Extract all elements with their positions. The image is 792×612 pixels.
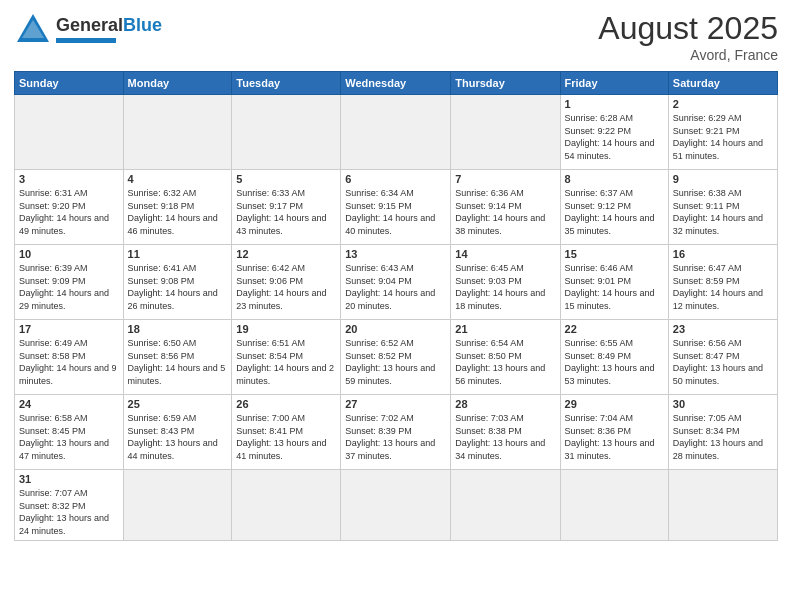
day-number: 26 bbox=[236, 398, 336, 410]
calendar-cell: 24Sunrise: 6:58 AM Sunset: 8:45 PM Dayli… bbox=[15, 395, 124, 470]
calendar-cell: 3Sunrise: 6:31 AM Sunset: 9:20 PM Daylig… bbox=[15, 170, 124, 245]
month-year: August 2025 bbox=[598, 10, 778, 47]
day-number: 24 bbox=[19, 398, 119, 410]
day-number: 8 bbox=[565, 173, 664, 185]
day-number: 6 bbox=[345, 173, 446, 185]
calendar-cell: 15Sunrise: 6:46 AM Sunset: 9:01 PM Dayli… bbox=[560, 245, 668, 320]
column-header-tuesday: Tuesday bbox=[232, 72, 341, 95]
calendar-cell bbox=[123, 470, 232, 541]
day-info: Sunrise: 7:04 AM Sunset: 8:36 PM Dayligh… bbox=[565, 412, 664, 462]
column-header-sunday: Sunday bbox=[15, 72, 124, 95]
day-info: Sunrise: 6:42 AM Sunset: 9:06 PM Dayligh… bbox=[236, 262, 336, 312]
column-header-monday: Monday bbox=[123, 72, 232, 95]
column-header-friday: Friday bbox=[560, 72, 668, 95]
column-header-saturday: Saturday bbox=[668, 72, 777, 95]
calendar-cell: 9Sunrise: 6:38 AM Sunset: 9:11 PM Daylig… bbox=[668, 170, 777, 245]
page: GeneralBlue August 2025 Avord, France Su… bbox=[0, 0, 792, 612]
day-info: Sunrise: 6:29 AM Sunset: 9:21 PM Dayligh… bbox=[673, 112, 773, 162]
calendar-table: SundayMondayTuesdayWednesdayThursdayFrid… bbox=[14, 71, 778, 541]
day-info: Sunrise: 6:28 AM Sunset: 9:22 PM Dayligh… bbox=[565, 112, 664, 162]
calendar-week-row: 31Sunrise: 7:07 AM Sunset: 8:32 PM Dayli… bbox=[15, 470, 778, 541]
day-number: 2 bbox=[673, 98, 773, 110]
calendar-cell: 20Sunrise: 6:52 AM Sunset: 8:52 PM Dayli… bbox=[341, 320, 451, 395]
day-info: Sunrise: 6:31 AM Sunset: 9:20 PM Dayligh… bbox=[19, 187, 119, 237]
day-number: 15 bbox=[565, 248, 664, 260]
day-number: 31 bbox=[19, 473, 119, 485]
calendar-week-row: 17Sunrise: 6:49 AM Sunset: 8:58 PM Dayli… bbox=[15, 320, 778, 395]
day-info: Sunrise: 6:47 AM Sunset: 8:59 PM Dayligh… bbox=[673, 262, 773, 312]
calendar-cell: 7Sunrise: 6:36 AM Sunset: 9:14 PM Daylig… bbox=[451, 170, 560, 245]
calendar-cell: 19Sunrise: 6:51 AM Sunset: 8:54 PM Dayli… bbox=[232, 320, 341, 395]
calendar-header-row: SundayMondayTuesdayWednesdayThursdayFrid… bbox=[15, 72, 778, 95]
calendar-cell: 23Sunrise: 6:56 AM Sunset: 8:47 PM Dayli… bbox=[668, 320, 777, 395]
day-number: 10 bbox=[19, 248, 119, 260]
day-number: 28 bbox=[455, 398, 555, 410]
day-info: Sunrise: 6:52 AM Sunset: 8:52 PM Dayligh… bbox=[345, 337, 446, 387]
day-info: Sunrise: 6:49 AM Sunset: 8:58 PM Dayligh… bbox=[19, 337, 119, 387]
calendar-cell: 30Sunrise: 7:05 AM Sunset: 8:34 PM Dayli… bbox=[668, 395, 777, 470]
calendar-cell bbox=[15, 95, 124, 170]
calendar-cell: 2Sunrise: 6:29 AM Sunset: 9:21 PM Daylig… bbox=[668, 95, 777, 170]
calendar-cell: 31Sunrise: 7:07 AM Sunset: 8:32 PM Dayli… bbox=[15, 470, 124, 541]
day-info: Sunrise: 6:36 AM Sunset: 9:14 PM Dayligh… bbox=[455, 187, 555, 237]
day-info: Sunrise: 6:58 AM Sunset: 8:45 PM Dayligh… bbox=[19, 412, 119, 462]
calendar-cell bbox=[451, 470, 560, 541]
location: Avord, France bbox=[598, 47, 778, 63]
day-info: Sunrise: 7:03 AM Sunset: 8:38 PM Dayligh… bbox=[455, 412, 555, 462]
day-number: 23 bbox=[673, 323, 773, 335]
calendar-cell: 1Sunrise: 6:28 AM Sunset: 9:22 PM Daylig… bbox=[560, 95, 668, 170]
calendar-cell bbox=[668, 470, 777, 541]
logo: GeneralBlue bbox=[14, 10, 162, 48]
day-info: Sunrise: 6:45 AM Sunset: 9:03 PM Dayligh… bbox=[455, 262, 555, 312]
day-info: Sunrise: 6:51 AM Sunset: 8:54 PM Dayligh… bbox=[236, 337, 336, 387]
calendar-cell: 26Sunrise: 7:00 AM Sunset: 8:41 PM Dayli… bbox=[232, 395, 341, 470]
day-number: 22 bbox=[565, 323, 664, 335]
calendar-week-row: 3Sunrise: 6:31 AM Sunset: 9:20 PM Daylig… bbox=[15, 170, 778, 245]
header: GeneralBlue August 2025 Avord, France bbox=[14, 10, 778, 63]
calendar-cell: 18Sunrise: 6:50 AM Sunset: 8:56 PM Dayli… bbox=[123, 320, 232, 395]
day-number: 20 bbox=[345, 323, 446, 335]
calendar-cell: 29Sunrise: 7:04 AM Sunset: 8:36 PM Dayli… bbox=[560, 395, 668, 470]
day-number: 19 bbox=[236, 323, 336, 335]
calendar-cell: 6Sunrise: 6:34 AM Sunset: 9:15 PM Daylig… bbox=[341, 170, 451, 245]
calendar-cell: 25Sunrise: 6:59 AM Sunset: 8:43 PM Dayli… bbox=[123, 395, 232, 470]
column-header-thursday: Thursday bbox=[451, 72, 560, 95]
calendar-cell: 28Sunrise: 7:03 AM Sunset: 8:38 PM Dayli… bbox=[451, 395, 560, 470]
calendar-cell bbox=[341, 95, 451, 170]
day-info: Sunrise: 7:07 AM Sunset: 8:32 PM Dayligh… bbox=[19, 487, 119, 537]
day-info: Sunrise: 7:00 AM Sunset: 8:41 PM Dayligh… bbox=[236, 412, 336, 462]
day-info: Sunrise: 6:38 AM Sunset: 9:11 PM Dayligh… bbox=[673, 187, 773, 237]
calendar-cell bbox=[451, 95, 560, 170]
calendar-cell bbox=[560, 470, 668, 541]
logo-icon bbox=[14, 10, 52, 48]
day-number: 27 bbox=[345, 398, 446, 410]
day-number: 30 bbox=[673, 398, 773, 410]
calendar-cell: 27Sunrise: 7:02 AM Sunset: 8:39 PM Dayli… bbox=[341, 395, 451, 470]
day-info: Sunrise: 6:37 AM Sunset: 9:12 PM Dayligh… bbox=[565, 187, 664, 237]
day-info: Sunrise: 6:46 AM Sunset: 9:01 PM Dayligh… bbox=[565, 262, 664, 312]
logo-bar bbox=[56, 38, 116, 43]
calendar-cell bbox=[232, 95, 341, 170]
day-info: Sunrise: 6:43 AM Sunset: 9:04 PM Dayligh… bbox=[345, 262, 446, 312]
calendar-cell: 11Sunrise: 6:41 AM Sunset: 9:08 PM Dayli… bbox=[123, 245, 232, 320]
day-info: Sunrise: 6:54 AM Sunset: 8:50 PM Dayligh… bbox=[455, 337, 555, 387]
day-number: 1 bbox=[565, 98, 664, 110]
day-number: 4 bbox=[128, 173, 228, 185]
calendar-cell: 22Sunrise: 6:55 AM Sunset: 8:49 PM Dayli… bbox=[560, 320, 668, 395]
day-info: Sunrise: 6:59 AM Sunset: 8:43 PM Dayligh… bbox=[128, 412, 228, 462]
day-number: 14 bbox=[455, 248, 555, 260]
calendar-cell: 5Sunrise: 6:33 AM Sunset: 9:17 PM Daylig… bbox=[232, 170, 341, 245]
day-number: 17 bbox=[19, 323, 119, 335]
calendar-cell bbox=[341, 470, 451, 541]
day-info: Sunrise: 6:50 AM Sunset: 8:56 PM Dayligh… bbox=[128, 337, 228, 387]
day-number: 12 bbox=[236, 248, 336, 260]
calendar-cell: 13Sunrise: 6:43 AM Sunset: 9:04 PM Dayli… bbox=[341, 245, 451, 320]
logo-text: GeneralBlue bbox=[56, 15, 162, 36]
day-number: 25 bbox=[128, 398, 228, 410]
day-number: 9 bbox=[673, 173, 773, 185]
day-number: 13 bbox=[345, 248, 446, 260]
calendar-cell: 12Sunrise: 6:42 AM Sunset: 9:06 PM Dayli… bbox=[232, 245, 341, 320]
day-number: 11 bbox=[128, 248, 228, 260]
day-number: 21 bbox=[455, 323, 555, 335]
day-info: Sunrise: 7:02 AM Sunset: 8:39 PM Dayligh… bbox=[345, 412, 446, 462]
